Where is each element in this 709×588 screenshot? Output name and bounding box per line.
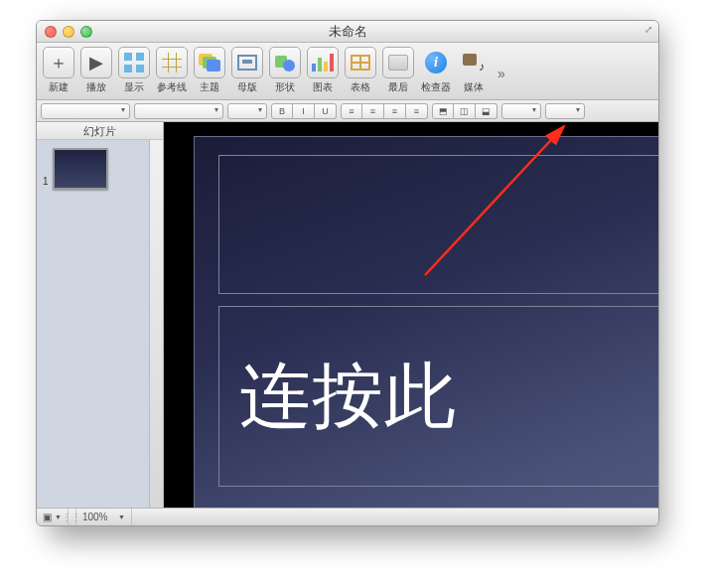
slide-thumbnail-row[interactable]: 1 — [37, 140, 149, 198]
toolbar-label: 图表 — [313, 80, 333, 94]
body-placeholder[interactable]: 连按此 — [218, 306, 658, 487]
presenter-icon: ▣ — [43, 512, 52, 522]
spacing-dropdown[interactable] — [501, 103, 541, 119]
toolbar-label: 显示 — [124, 80, 144, 94]
slide-number: 1 — [43, 148, 49, 187]
slide-navigator: 幻灯片 1 — [37, 122, 164, 508]
close-icon[interactable] — [45, 26, 57, 38]
valign-bottom-button[interactable]: ⬓ — [476, 103, 497, 119]
list-dropdown[interactable] — [545, 103, 585, 119]
format-bar: B I U ≡ ≡ ≡ ≡ ⬒ ◫ ⬓ — [37, 100, 658, 122]
align-justify-button[interactable]: ≡ — [406, 103, 428, 119]
sidebar-header: 幻灯片 — [37, 122, 163, 140]
play-icon: ▶ — [80, 47, 112, 78]
info-icon: i — [420, 47, 452, 78]
bold-button[interactable]: B — [271, 103, 293, 119]
toolbar-label: 播放 — [86, 80, 106, 94]
slide[interactable]: 连按此 连按 — [194, 136, 658, 508]
guides-button[interactable]: 参考线 — [156, 47, 188, 94]
toolbar-label: 媒体 — [464, 80, 484, 94]
app-window: 未命名 ⤢ ＋ 新建 ▶ 播放 显示 参考线 主题 母版 形状 — [36, 20, 659, 526]
toolbar-label: 检查器 — [421, 80, 451, 94]
new-slide-button[interactable]: ＋ 新建 — [43, 47, 74, 94]
slide-list[interactable]: 1 — [37, 140, 149, 508]
view-button[interactable]: 显示 — [118, 47, 150, 94]
inspector-button[interactable]: i 检查器 — [420, 47, 452, 94]
valign-top-button[interactable]: ⬒ — [432, 103, 454, 119]
tables-button[interactable]: 表格 — [345, 47, 376, 94]
guides-icon — [156, 47, 188, 78]
shapes-icon — [269, 47, 301, 78]
last-button[interactable]: 最后 — [382, 47, 414, 94]
chevron-down-icon: ▼ — [118, 514, 125, 520]
zoom-dropdown[interactable]: 100%▼ — [76, 509, 132, 525]
masters-button[interactable]: 母版 — [231, 47, 263, 94]
splitter-handle[interactable]: ⋮⋮ — [69, 509, 76, 525]
media-icon — [458, 47, 490, 78]
title-text: 连按此 — [239, 349, 457, 444]
toolbar: ＋ 新建 ▶ 播放 显示 参考线 主题 母版 形状 图表 — [37, 43, 658, 100]
play-button[interactable]: ▶ 播放 — [80, 47, 112, 94]
toolbar-label: 形状 — [275, 80, 295, 94]
chart-icon — [307, 47, 339, 78]
underline-button[interactable]: U — [315, 103, 337, 119]
themes-button[interactable]: 主题 — [194, 47, 225, 94]
style-dropdown[interactable] — [41, 103, 130, 119]
sidebar-scrollbar[interactable] — [149, 140, 163, 508]
last-icon — [382, 47, 414, 78]
title-placeholder[interactable] — [218, 155, 658, 294]
align-right-button[interactable]: ≡ — [384, 103, 406, 119]
valign-middle-button[interactable]: ◫ — [454, 103, 476, 119]
charts-button[interactable]: 图表 — [307, 47, 339, 94]
zoom-icon[interactable] — [80, 26, 92, 38]
status-bar: ▣▼ ⋮⋮ 100%▼ — [37, 508, 658, 525]
toolbar-label: 新建 — [49, 80, 69, 94]
plus-icon: ＋ — [43, 47, 74, 78]
size-dropdown[interactable] — [227, 103, 267, 119]
media-button[interactable]: 媒体 — [458, 47, 490, 94]
titlebar[interactable]: 未命名 ⤢ — [37, 21, 658, 43]
slide-canvas[interactable]: 连按此 连按 — [164, 122, 658, 508]
chevron-down-icon: ▼ — [55, 514, 62, 520]
toolbar-label: 最后 — [388, 80, 408, 94]
zoom-value: 100% — [82, 512, 108, 522]
toolbar-overflow-button[interactable]: » — [496, 66, 505, 81]
horizontal-scrollbar[interactable] — [132, 509, 658, 525]
toolbar-label: 参考线 — [157, 80, 187, 94]
align-center-button[interactable]: ≡ — [362, 103, 384, 119]
toolbar-label: 表格 — [351, 80, 370, 94]
minimize-icon[interactable] — [63, 26, 74, 38]
toolbar-label: 母版 — [237, 80, 257, 94]
italic-button[interactable]: I — [293, 103, 315, 119]
toolbar-label: 主题 — [200, 80, 219, 94]
themes-icon — [194, 47, 225, 78]
slide-thumbnail[interactable] — [53, 148, 108, 190]
align-left-button[interactable]: ≡ — [341, 103, 362, 119]
table-icon — [345, 47, 376, 78]
font-dropdown[interactable] — [134, 103, 223, 119]
fullscreen-icon[interactable]: ⤢ — [644, 24, 652, 35]
view-grid-icon — [118, 47, 150, 78]
master-icon — [231, 47, 263, 78]
window-title: 未命名 — [37, 23, 658, 41]
shapes-button[interactable]: 形状 — [269, 47, 301, 94]
